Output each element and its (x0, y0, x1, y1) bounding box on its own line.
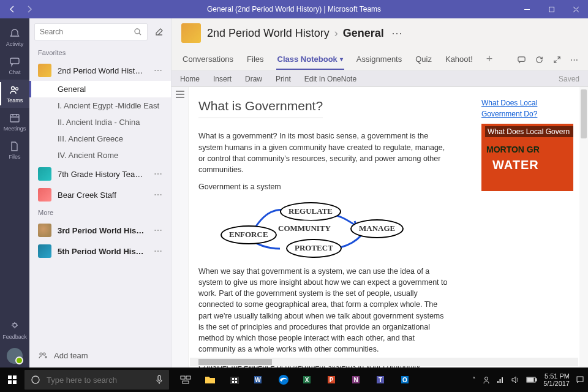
tray-volume-icon[interactable] (511, 376, 520, 383)
svg-rect-15 (158, 375, 160, 380)
team-row-3rd-period[interactable]: 3rd Period World History ⋯ (29, 220, 171, 241)
svg-point-14 (32, 376, 39, 383)
taskbar-search[interactable] (24, 370, 169, 390)
rail-meetings[interactable]: Meetings (0, 108, 29, 136)
app-word[interactable]: W (247, 368, 271, 392)
header-more-button[interactable]: ⋯ (391, 26, 402, 40)
windows-taskbar: W X P N T O ˄ 5:51 PM 5/1/2017 (0, 368, 588, 392)
tray-chevron-up-icon[interactable]: ˄ (472, 376, 476, 384)
svg-rect-20 (232, 378, 234, 380)
ribbon-insert[interactable]: Insert (213, 75, 232, 83)
task-view-icon[interactable] (174, 368, 197, 392)
add-team-button[interactable]: Add team (29, 343, 171, 368)
clock-time: 5:51 PM (543, 372, 570, 380)
team-more-button[interactable]: ⋯ (151, 190, 165, 200)
ribbon-draw[interactable]: Draw (245, 75, 262, 83)
team-row-bear-creek[interactable]: Bear Creek Staff ⋯ (29, 184, 171, 205)
app-powerpoint[interactable]: P (321, 368, 344, 392)
app-file-explorer[interactable] (198, 368, 222, 392)
taskbar-search-input[interactable] (47, 375, 149, 385)
paragraph[interactable]: Government is a system (198, 181, 450, 192)
window-minimize-button[interactable] (514, 0, 539, 18)
channel-greece[interactable]: III. Ancient Greece (29, 130, 171, 147)
ribbon-print[interactable]: Print (276, 75, 291, 83)
tray-clock[interactable]: 5:51 PM 5/1/2017 (543, 372, 570, 387)
tab-assignments[interactable]: Assignments (355, 51, 403, 69)
sidebar-search[interactable] (34, 23, 148, 40)
team-more-button[interactable]: ⋯ (151, 169, 165, 179)
add-tab-button[interactable]: + (485, 49, 494, 70)
svg-text:P: P (330, 377, 334, 383)
tab-quiz[interactable]: Quiz (414, 51, 433, 69)
app-store[interactable] (223, 368, 246, 392)
svg-point-7 (40, 353, 42, 355)
tab-class-notebook[interactable]: Class Notebook▾ (276, 51, 344, 70)
channel-general[interactable]: General (29, 81, 171, 97)
tray-battery-icon[interactable] (526, 377, 537, 383)
team-name-label: 5th Period World History (58, 247, 145, 256)
vertical-scrollbar[interactable] (579, 87, 588, 368)
window-maximize-button[interactable] (539, 0, 564, 18)
tab-refresh-icon[interactable] (535, 55, 544, 64)
page-nav-toggle[interactable] (172, 87, 189, 368)
page-title[interactable]: What is Government? (198, 97, 323, 118)
rail-chat[interactable]: Chat (0, 51, 29, 80)
paragraph[interactable]: When we say that government is a system,… (198, 266, 450, 355)
current-user-avatar[interactable] (7, 348, 23, 364)
rail-files[interactable]: Files (0, 136, 29, 164)
channel-india[interactable]: II. Ancient India - China (29, 114, 171, 130)
sidebar-search-input[interactable] (40, 28, 134, 36)
rail-teams[interactable]: Teams (0, 80, 29, 108)
tab-conversations[interactable]: Conversations (181, 51, 235, 69)
tab-kahoot[interactable]: Kahoot! (444, 51, 474, 69)
nav-forward-button[interactable] (22, 2, 37, 17)
tab-more-button[interactable]: ⋯ (570, 55, 578, 64)
horizontal-scrollbar[interactable] (190, 358, 578, 366)
notebook-page[interactable]: What is Government? What is a government… (189, 87, 579, 368)
tab-chat-icon[interactable] (517, 55, 526, 64)
tray-network-icon[interactable] (497, 376, 505, 383)
nav-back-button[interactable] (5, 2, 20, 17)
svg-point-37 (485, 377, 488, 380)
team-more-button[interactable]: ⋯ (151, 225, 165, 235)
team-more-button[interactable]: ⋯ (151, 66, 165, 75)
app-edge[interactable] (272, 368, 295, 392)
add-team-label: Add team (54, 351, 88, 360)
team-row-2nd-period[interactable]: 2nd Period World History ⋯ (29, 60, 171, 81)
app-outlook[interactable]: O (394, 368, 418, 392)
ribbon-home[interactable]: Home (180, 75, 200, 83)
bubble-regulate: REGULATE (280, 202, 341, 221)
side-link[interactable]: What Does Local Government Do? (481, 99, 537, 118)
compose-button[interactable] (153, 25, 166, 39)
channel-rome[interactable]: IV. Ancient Rome (29, 147, 171, 164)
tab-expand-icon[interactable] (552, 55, 562, 64)
tray-notifications-icon[interactable] (576, 375, 584, 384)
team-row-5th-period[interactable]: 5th Period World History ⋯ (29, 241, 171, 262)
svg-text:N: N (353, 377, 358, 383)
video-embed[interactable]: What Does Local Govern MORTON GR WATER (481, 124, 573, 191)
svg-point-8 (43, 353, 45, 355)
window-close-button[interactable] (564, 0, 588, 18)
svg-rect-10 (8, 375, 12, 379)
paragraph[interactable]: What is a government? In its most basic … (198, 130, 450, 175)
team-name-label: 3rd Period World History (58, 226, 145, 235)
scrollbar-thumb[interactable] (198, 359, 272, 365)
rail-activity[interactable]: Activity (0, 23, 29, 51)
app-teams[interactable]: T (370, 368, 393, 392)
app-excel[interactable]: X (296, 368, 320, 392)
app-onenote[interactable]: N (345, 368, 369, 392)
start-button[interactable] (0, 368, 24, 392)
team-more-button[interactable]: ⋯ (151, 246, 165, 256)
mic-icon[interactable] (156, 375, 163, 385)
breadcrumb-team[interactable]: 2nd Period World History (207, 27, 330, 40)
scrollbar-thumb[interactable] (581, 89, 587, 138)
rail-feedback[interactable]: Feedback (0, 316, 29, 344)
svg-rect-39 (500, 379, 501, 383)
tray-people-icon[interactable] (482, 375, 491, 384)
channel-egypt[interactable]: I. Ancient Egypt -Middle East (29, 97, 171, 114)
team-row-7th-grade[interactable]: 7th Grade History Teachers ⋯ (29, 164, 171, 184)
tab-files[interactable]: Files (246, 51, 265, 69)
ribbon-edit-in-onenote[interactable]: Edit In OneNote (304, 75, 356, 83)
rail-teams-label: Teams (7, 97, 23, 104)
channel-tabs: Conversations Files Class Notebook▾ Assi… (172, 49, 588, 71)
